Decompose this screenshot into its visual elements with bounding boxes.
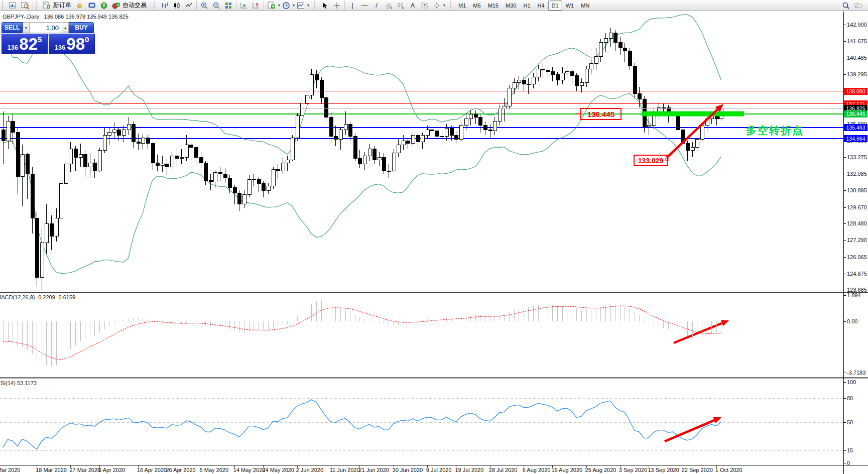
price-tick-label: 140.485: [847, 55, 867, 61]
signal-icon[interactable]: [98, 0, 110, 11]
date-label: 21 Jun 2020: [358, 467, 389, 473]
price-badge: 136.445: [844, 110, 867, 117]
bar-chart-type-button[interactable]: [159, 0, 171, 11]
periods-button[interactable]: [280, 0, 292, 11]
price-tick-label: 139.295: [847, 71, 867, 77]
date-label: 6 Aug 2020: [523, 467, 551, 473]
sell-price-big: 82: [19, 36, 38, 52]
indicators-button[interactable]: [266, 0, 278, 11]
rsi-tick-label: 0: [847, 460, 850, 466]
chat-icon[interactable]: [852, 0, 864, 11]
price-badge: 134.664: [844, 135, 867, 142]
date-label: 11 Jun 2020: [330, 467, 360, 473]
volume-increase-button[interactable]: ▲: [62, 22, 69, 33]
tab-m30[interactable]: M30: [502, 1, 520, 11]
macd-tick-label: 0.00: [847, 318, 857, 324]
rsi-tick-label: 50: [847, 419, 853, 425]
tab-h1[interactable]: H1: [520, 1, 534, 11]
swing-low-price-annotation: 133.029: [634, 155, 668, 166]
toolbar-separator: [236, 1, 236, 10]
text-tool-button[interactable]: A: [407, 0, 419, 11]
candlestick-chart-type-button[interactable]: [171, 0, 183, 11]
crosshair-tool-button[interactable]: [331, 0, 343, 11]
volume-input[interactable]: [30, 22, 62, 33]
price-tick-label: 130.895: [847, 187, 867, 193]
templates-dropdown[interactable]: ▾: [307, 3, 309, 8]
turning-point-annotation: 多空转折点: [746, 124, 804, 138]
price-tick-label: 132.085: [847, 171, 867, 177]
date-label: 16 Apr 2020: [137, 467, 167, 473]
autotrade-icon[interactable]: [110, 0, 122, 11]
shapes-dropdown[interactable]: ▾: [443, 3, 445, 8]
macd-tick-label: -3.7183: [847, 370, 865, 376]
chart-canvas: [0, 0, 868, 474]
modify-order-icon[interactable]: [74, 0, 86, 11]
autotrade-label[interactable]: 自动交易: [122, 1, 147, 10]
volume-decrease-button[interactable]: ▼: [23, 22, 30, 33]
price-tick-label: 142.900: [847, 22, 867, 28]
zoom-in-button[interactable]: [198, 0, 210, 11]
new-chart-button[interactable]: [7, 0, 19, 11]
buy-price-head: 136: [55, 44, 66, 52]
shapes-tool-button[interactable]: [431, 0, 443, 11]
date-label: 3 Sep 2020: [619, 467, 647, 473]
toolbar-grip: [36, 2, 39, 10]
price-tick-label: 128.480: [847, 220, 867, 226]
buy-price-tile[interactable]: 136980: [49, 34, 95, 54]
toolbar-separator: [447, 1, 447, 10]
tab-m15[interactable]: M15: [484, 1, 502, 11]
rsi-tick-label: 80: [847, 395, 853, 401]
date-label: 6 Apr 2020: [98, 467, 125, 473]
tab-h4[interactable]: H4: [534, 1, 548, 11]
fibonacci-tool-button[interactable]: F: [395, 0, 407, 11]
channel-tool-button[interactable]: E: [383, 0, 395, 11]
sell-price-sup: 5: [38, 35, 42, 44]
auto-scroll-button[interactable]: [238, 0, 250, 11]
chart-profiles-button[interactable]: [19, 0, 31, 11]
new-order-icon[interactable]: [41, 0, 53, 11]
tab-d1[interactable]: D1: [548, 1, 562, 11]
ohlc-values: 136.086 136.978 135.949 136.825: [44, 14, 129, 20]
price-tick-label: 127.290: [847, 237, 867, 243]
tab-m1[interactable]: M1: [455, 1, 469, 11]
tile-windows-button[interactable]: [222, 0, 234, 11]
date-label: 2 Jun 2020: [296, 467, 323, 473]
buy-price-sup: 0: [85, 35, 89, 44]
chart-shift-button[interactable]: [250, 0, 262, 11]
sell-button[interactable]: SELL: [2, 22, 23, 33]
tab-mn[interactable]: MN: [577, 1, 593, 11]
date-label: 26 Apr 2020: [166, 467, 195, 473]
tab-m5[interactable]: M5: [469, 1, 484, 11]
terminal-icon[interactable]: [86, 0, 98, 11]
toolbar-grip: [154, 2, 157, 10]
templates-button[interactable]: [295, 0, 307, 11]
price-tick-label: 141.675: [847, 38, 867, 44]
date-label: 18 Mar 2020: [36, 467, 67, 473]
toolbar-grip: [314, 2, 317, 10]
line-chart-type-button[interactable]: [183, 0, 195, 11]
date-label: 13 Sep 2020: [648, 467, 679, 473]
sell-price-head: 136: [8, 44, 19, 52]
main-toolbar: 新订单 自动交易: [0, 0, 868, 11]
rsi-tick-label: 15: [847, 447, 853, 453]
search-icon[interactable]: [840, 0, 852, 11]
buy-button[interactable]: BUY: [69, 22, 94, 33]
horizontal-line-tool-button[interactable]: —: [358, 0, 370, 11]
new-order-label[interactable]: 新订单: [53, 1, 71, 10]
cursor-tool-button[interactable]: [319, 0, 331, 11]
date-label: 28 Jul 2020: [489, 467, 518, 473]
tab-w1[interactable]: W1: [562, 1, 578, 11]
zoom-out-button[interactable]: [210, 0, 222, 11]
toolbar-grip: [450, 2, 453, 10]
sell-price-tile[interactable]: 136825: [2, 34, 48, 54]
date-label: 19 Jul 2020: [455, 467, 483, 473]
toolbar-separator: [311, 1, 311, 10]
price-tick-label: 126.065: [847, 254, 867, 260]
vertical-line-tool-button[interactable]: |: [346, 0, 358, 11]
trendline-tool-button[interactable]: /: [370, 0, 383, 11]
toolbar-separator: [264, 1, 264, 10]
date-label: 16 Aug 2020: [551, 467, 582, 473]
toolbar-separator: [344, 1, 345, 10]
rsi-tick-label: 100: [847, 379, 856, 385]
label-tool-button[interactable]: T: [419, 0, 431, 11]
